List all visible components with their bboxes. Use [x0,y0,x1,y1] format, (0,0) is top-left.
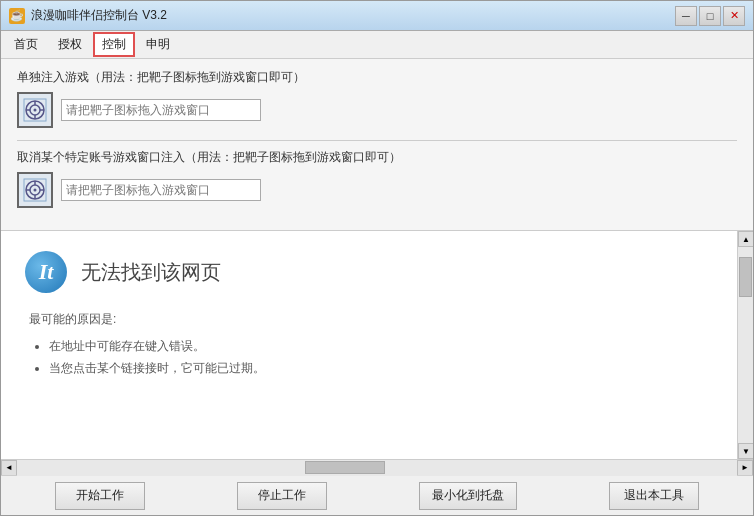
error-header: It 无法找到该网页 [25,251,713,293]
vertical-scrollbar[interactable]: ▲ ▼ [737,231,753,459]
start-work-button[interactable]: 开始工作 [55,482,145,510]
crosshair-svg-1 [23,98,47,122]
error-intro: 最可能的原因是: [29,311,713,328]
inject-row-2 [17,172,737,208]
menu-home[interactable]: 首页 [5,32,47,57]
info-icon-text: It [39,259,54,285]
exit-button[interactable]: 退出本工具 [609,482,699,510]
window-controls: ─ □ ✕ [675,6,745,26]
stop-work-button[interactable]: 停止工作 [237,482,327,510]
inject-section-1: 单独注入游戏（用法：把靶子图标拖到游戏窗口即可） [17,69,737,128]
info-icon: It [25,251,67,293]
target-icon-2[interactable] [17,172,53,208]
h-scroll-track[interactable] [17,460,737,476]
error-reason-1: 在地址中可能存在键入错误。 [49,336,713,358]
web-area: It 无法找到该网页 最可能的原因是: 在地址中可能存在键入错误。 当您点击某个… [1,230,753,459]
bottom-toolbar: 开始工作 停止工作 最小化到托盘 退出本工具 [1,475,753,515]
main-content: 单独注入游戏（用法：把靶子图标拖到游戏窗口即可） [1,59,753,515]
horizontal-scrollbar[interactable]: ◄ ► [1,459,753,475]
error-reason-2: 当您点击某个链接接时，它可能已过期。 [49,358,713,380]
error-body: 最可能的原因是: 在地址中可能存在键入错误。 当您点击某个链接接时，它可能已过期… [25,311,713,379]
inject-label-1: 单独注入游戏（用法：把靶子图标拖到游戏窗口即可） [17,69,737,86]
scroll-up-button[interactable]: ▲ [738,231,753,247]
inject-input-1[interactable] [61,99,261,121]
scroll-track[interactable] [738,247,753,443]
inject-label-2: 取消某个特定账号游戏窗口注入（用法：把靶子图标拖到游戏窗口即可） [17,149,737,166]
h-scroll-thumb[interactable] [305,461,385,474]
menu-auth[interactable]: 授权 [49,32,91,57]
menu-control[interactable]: 控制 [93,32,135,57]
minimize-tray-button[interactable]: 最小化到托盘 [419,482,517,510]
svg-point-10 [34,189,37,192]
app-icon: ☕ [9,8,25,24]
error-title: 无法找到该网页 [81,259,221,286]
maximize-button[interactable]: □ [699,6,721,26]
minimize-button[interactable]: ─ [675,6,697,26]
main-window: ☕ 浪漫咖啡伴侣控制台 V3.2 ─ □ ✕ 首页 授权 控制 申明 单独注入游… [0,0,754,516]
inject-section-2: 取消某个特定账号游戏窗口注入（用法：把靶子图标拖到游戏窗口即可） [17,149,737,208]
scroll-thumb[interactable] [739,257,752,297]
svg-point-2 [34,109,37,112]
target-icon-1[interactable] [17,92,53,128]
menu-bar: 首页 授权 控制 申明 [1,31,753,59]
scroll-right-button[interactable]: ► [737,460,753,476]
divider-1 [17,140,737,141]
window-title: 浪漫咖啡伴侣控制台 V3.2 [31,7,675,24]
inject-row-1 [17,92,737,128]
inject-input-2[interactable] [61,179,261,201]
scroll-left-button[interactable]: ◄ [1,460,17,476]
scroll-down-button[interactable]: ▼ [738,443,753,459]
crosshair-svg-2 [23,178,47,202]
error-reasons: 在地址中可能存在键入错误。 当您点击某个链接接时，它可能已过期。 [29,336,713,379]
title-bar: ☕ 浪漫咖啡伴侣控制台 V3.2 ─ □ ✕ [1,1,753,31]
close-button[interactable]: ✕ [723,6,745,26]
web-content: It 无法找到该网页 最可能的原因是: 在地址中可能存在键入错误。 当您点击某个… [1,231,737,459]
menu-disclaimer[interactable]: 申明 [137,32,179,57]
top-panel: 单独注入游戏（用法：把靶子图标拖到游戏窗口即可） [1,59,753,230]
